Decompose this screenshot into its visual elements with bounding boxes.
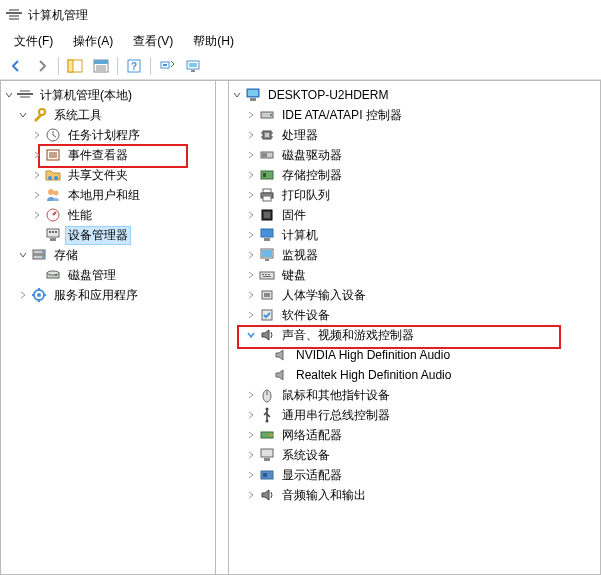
window-title: 计算机管理 [28, 7, 88, 24]
device-software-devices[interactable]: 软件设备 [231, 305, 598, 325]
device-audio-io[interactable]: 音频输入和输出 [231, 485, 598, 505]
tree-label: 磁盘管理 [65, 266, 119, 285]
menu-file[interactable]: 文件(F) [4, 31, 63, 52]
printer-icon [259, 187, 275, 203]
chevron-right-icon[interactable] [245, 389, 257, 401]
device-sound-video[interactable]: 声音、视频和游戏控制器 [231, 325, 598, 345]
device-computer[interactable]: 计算机 [231, 225, 598, 245]
chevron-right-icon[interactable] [245, 289, 257, 301]
chevron-down-icon[interactable] [231, 89, 243, 101]
tree-shared-folders[interactable]: 共享文件夹 [3, 165, 213, 185]
device-root[interactable]: DESKTOP-U2HDERM [231, 85, 598, 105]
scan-button[interactable] [155, 55, 179, 77]
users-icon [45, 187, 61, 203]
forward-button[interactable] [30, 55, 54, 77]
device-mouse[interactable]: 鼠标和其他指针设备 [231, 385, 598, 405]
device-display[interactable]: 显示适配器 [231, 465, 598, 485]
chevron-right-icon[interactable] [245, 149, 257, 161]
disk-drive-icon [259, 147, 275, 163]
device-ide-ata[interactable]: IDE ATA/ATAPI 控制器 [231, 105, 598, 125]
tree-task-scheduler[interactable]: 任务计划程序 [3, 125, 213, 145]
chevron-right-icon[interactable] [245, 409, 257, 421]
device-firmware[interactable]: 固件 [231, 205, 598, 225]
menu-view[interactable]: 查看(V) [123, 31, 183, 52]
device-hid[interactable]: 人体学输入设备 [231, 285, 598, 305]
chevron-right-icon[interactable] [17, 289, 29, 301]
svg-point-50 [270, 114, 272, 116]
device-label: 处理器 [279, 126, 321, 145]
device-realtek-audio[interactable]: Realtek High Definition Audio [231, 365, 598, 385]
tree-system-tools[interactable]: 系统工具 [3, 105, 213, 125]
help-button[interactable]: ? [122, 55, 146, 77]
device-system-devices[interactable]: 系统设备 [231, 445, 598, 465]
tree-event-viewer[interactable]: 事件查看器 [3, 145, 213, 165]
svg-rect-20 [20, 96, 30, 98]
svg-rect-70 [265, 259, 269, 261]
device-label: 音频输入和输出 [279, 486, 369, 505]
tree-label: 任务计划程序 [65, 126, 143, 145]
chevron-right-icon[interactable] [31, 129, 43, 141]
svg-point-27 [48, 176, 52, 180]
svg-rect-18 [17, 93, 33, 95]
chevron-right-icon[interactable] [245, 189, 257, 201]
svg-rect-7 [94, 60, 108, 64]
device-print-queues[interactable]: 打印队列 [231, 185, 598, 205]
tree-local-users[interactable]: 本地用户和组 [3, 185, 213, 205]
back-button[interactable] [4, 55, 28, 77]
chevron-down-icon[interactable] [245, 329, 257, 341]
device-processor[interactable]: 处理器 [231, 125, 598, 145]
device-disk-drives[interactable]: 磁盘驱动器 [231, 145, 598, 165]
tree-performance[interactable]: 性能 [3, 205, 213, 225]
chevron-right-icon[interactable] [245, 129, 257, 141]
chevron-right-icon[interactable] [245, 489, 257, 501]
pc-icon [259, 227, 275, 243]
tree-services-apps[interactable]: 服务和应用程序 [3, 285, 213, 305]
hid-icon [259, 287, 275, 303]
chevron-down-icon[interactable] [17, 249, 29, 261]
chevron-right-icon[interactable] [245, 269, 257, 281]
device-label: 网络适配器 [279, 426, 345, 445]
chevron-right-icon[interactable] [245, 249, 257, 261]
display-adapter-icon [259, 467, 275, 483]
titlebar: 计算机管理 [0, 0, 601, 30]
device-monitor[interactable]: 监视器 [231, 245, 598, 265]
device-storage-controllers[interactable]: 存储控制器 [231, 165, 598, 185]
device-label: 监视器 [279, 246, 321, 265]
device-label: NVIDIA High Definition Audio [293, 347, 453, 363]
show-hide-button[interactable] [63, 55, 87, 77]
tree-device-manager[interactable]: 设备管理器 [3, 225, 213, 245]
chevron-right-icon[interactable] [31, 209, 43, 221]
menu-action[interactable]: 操作(A) [63, 31, 123, 52]
tree-root[interactable]: 计算机管理(本地) [3, 85, 213, 105]
device-nvidia-audio[interactable]: NVIDIA High Definition Audio [231, 345, 598, 365]
chevron-right-icon[interactable] [245, 229, 257, 241]
device-usb[interactable]: 通用串行总线控制器 [231, 405, 598, 425]
chevron-right-icon[interactable] [245, 449, 257, 461]
chevron-right-icon[interactable] [245, 469, 257, 481]
tree-label: 计算机管理(本地) [37, 86, 135, 105]
properties-button[interactable] [89, 55, 113, 77]
chevron-down-icon[interactable] [17, 109, 29, 121]
firmware-icon [259, 207, 275, 223]
chevron-right-icon[interactable] [31, 169, 43, 181]
monitor-button[interactable] [181, 55, 205, 77]
svg-rect-48 [250, 98, 256, 101]
chevron-right-icon[interactable] [245, 209, 257, 221]
device-manager-icon [45, 227, 61, 243]
chevron-right-icon[interactable] [31, 189, 43, 201]
device-keyboard[interactable]: 键盘 [231, 265, 598, 285]
tree-storage[interactable]: 存储 [3, 245, 213, 265]
chevron-right-icon[interactable] [245, 109, 257, 121]
tree-disk-management[interactable]: 磁盘管理 [3, 265, 213, 285]
chevron-right-icon[interactable] [245, 309, 257, 321]
chevron-right-icon[interactable] [245, 429, 257, 441]
chevron-right-icon[interactable] [31, 149, 43, 161]
chevron-down-icon[interactable] [3, 89, 15, 101]
clock-icon [45, 127, 61, 143]
svg-rect-65 [264, 212, 270, 218]
svg-rect-3 [9, 18, 19, 20]
storage-controller-icon [259, 167, 275, 183]
menu-help[interactable]: 帮助(H) [183, 31, 244, 52]
device-network[interactable]: 网络适配器 [231, 425, 598, 445]
chevron-right-icon[interactable] [245, 169, 257, 181]
